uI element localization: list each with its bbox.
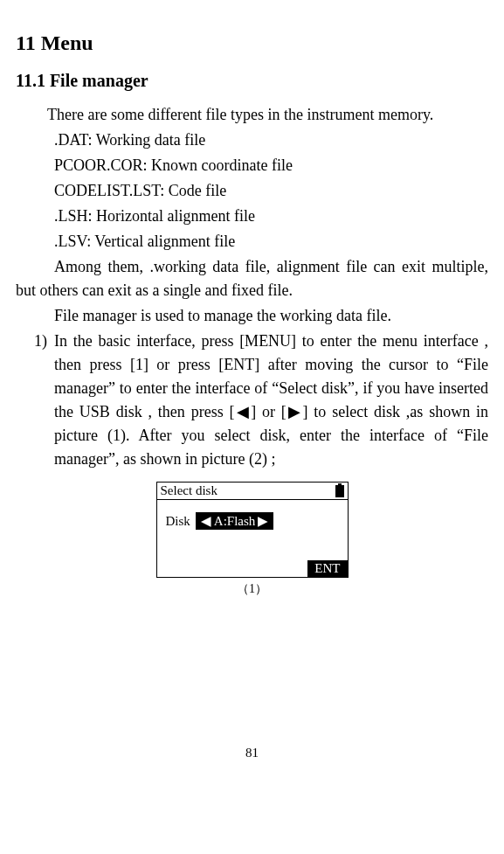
intro-paragraph: There are some different file types in t… [16,103,488,127]
disk-label: Disk [166,514,190,529]
item-text: In the basic interface, press [MENU] to … [54,330,488,471]
note-paragraph: File manager is used to manage the worki… [16,304,488,328]
file-type-item: .LSV: Vertical alignment file [16,230,488,253]
heading-1: 11 Menu [16,31,488,55]
file-type-item: .LSH: Horizontal alignment file [16,205,488,228]
screen-title: Select disk [161,483,217,498]
numbered-item: 1) In the basic interface, press [MENU] … [16,330,488,471]
left-arrow-icon[interactable]: ◀ [201,513,211,529]
device-screen-figure: Select disk Disk ◀ A:Flash ▶ ENT （1） [156,482,349,597]
file-type-item: PCOOR.COR: Known coordinate file [16,154,488,177]
disk-selector[interactable]: ◀ A:Flash ▶ [196,512,274,530]
page-number: 81 [16,746,488,760]
disk-value: A:Flash [214,514,256,529]
screen-body: Disk ◀ A:Flash ▶ [157,500,348,530]
ent-button[interactable]: ENT [307,560,347,577]
screen-titlebar: Select disk [157,483,348,500]
note-paragraph: Among them, .working data file, alignmen… [16,255,488,302]
figure-caption: （1） [156,581,349,597]
right-arrow-icon[interactable]: ▶ [258,513,268,529]
heading-2: 11.1 File manager [16,71,488,91]
file-type-item: CODELIST.LST: Code file [16,179,488,203]
battery-icon [335,485,344,497]
item-number: 1) [16,330,47,471]
file-type-item: .DAT: Working data file [16,128,488,152]
device-screen: Select disk Disk ◀ A:Flash ▶ ENT [156,482,349,578]
